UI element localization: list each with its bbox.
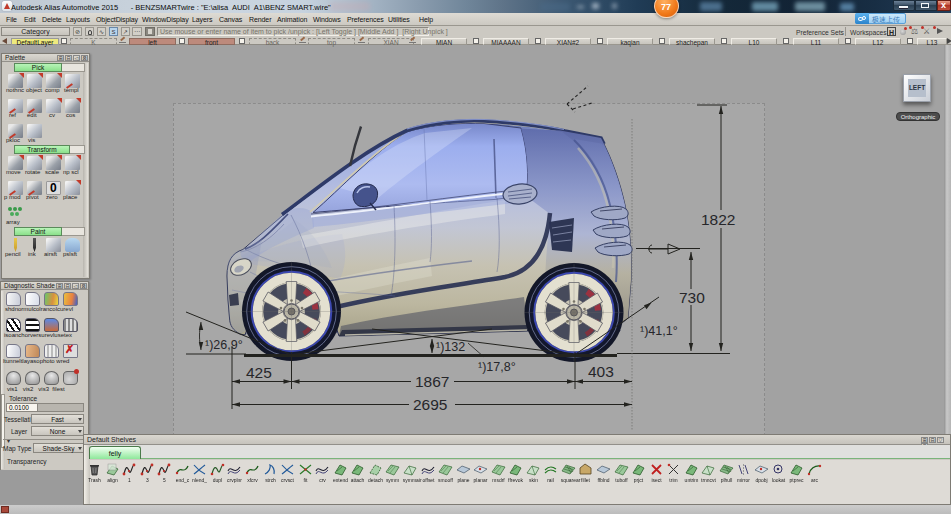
svg-text:403: 403 [588, 363, 614, 380]
svg-text:¹)132: ¹)132 [436, 340, 465, 354]
svg-text:1867: 1867 [415, 373, 449, 390]
svg-text:1822: 1822 [701, 211, 735, 228]
svg-text:2695: 2695 [413, 396, 447, 413]
svg-text:730: 730 [679, 289, 705, 306]
svg-text:¹)17,8°: ¹)17,8° [478, 360, 516, 374]
svg-text:¹)41,1°: ¹)41,1° [640, 324, 678, 338]
svg-text:425: 425 [246, 364, 272, 381]
svg-text:¹)26,9°: ¹)26,9° [205, 338, 243, 352]
